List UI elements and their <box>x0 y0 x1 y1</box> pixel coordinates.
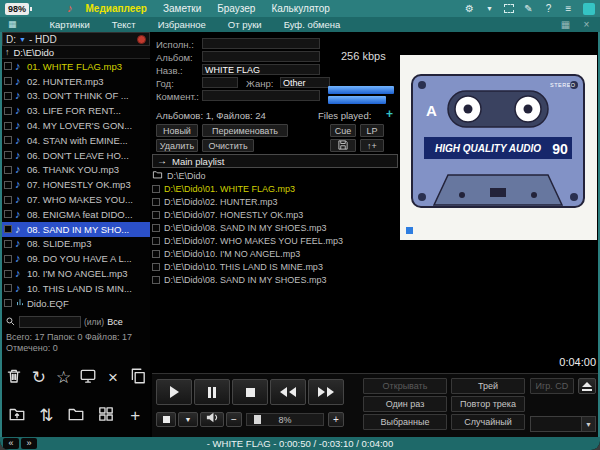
file-checkbox[interactable] <box>4 225 12 233</box>
file-row[interactable]: ♪04. STAN with EMINE... <box>2 133 150 148</box>
trash-button[interactable] <box>3 364 26 390</box>
file-row[interactable]: ♪10. THIS LAND IS MIN... <box>2 281 150 296</box>
folder-button[interactable] <box>64 403 87 429</box>
submenu-item[interactable]: Картинки <box>41 19 99 30</box>
volume-slider[interactable]: 8% <box>246 413 324 426</box>
year-field[interactable] <box>202 77 238 88</box>
chevron-down-icon[interactable]: ▼ <box>484 3 495 15</box>
file-checkbox[interactable] <box>4 62 12 70</box>
playlist-row[interactable]: D:\E\Dido\01. WHITE FLAG.mp3 <box>152 182 398 195</box>
comment-field[interactable] <box>202 90 320 101</box>
file-row[interactable]: ♪04. MY LOVER'S GON... <box>2 118 150 133</box>
transfer-button[interactable]: ⇅ <box>35 403 58 429</box>
file-row[interactable]: ♪10. I'M NO ANGEL.mp3 <box>2 266 150 281</box>
add-files-button[interactable]: ↑+ <box>360 139 384 152</box>
playlist-row[interactable]: D:\E\Dido\08. SAND IN MY SHOES.mp3 <box>152 221 398 234</box>
playlist-row[interactable]: D:\E\Dido\10. THIS LAND IS MINE.mp3 <box>152 260 398 273</box>
pause-button[interactable] <box>194 379 230 405</box>
stop-small-button[interactable] <box>156 412 176 427</box>
file-checkbox[interactable] <box>4 136 12 144</box>
playlist-checkbox[interactable] <box>152 198 160 206</box>
file-checkbox[interactable] <box>4 181 12 189</box>
submenu-item[interactable]: Избранное <box>149 19 215 30</box>
top-menu-item[interactable]: Калькулятор <box>264 2 337 15</box>
file-row[interactable]: ♪09. DO YOU HAVE A L... <box>2 251 150 266</box>
artist-field[interactable] <box>202 38 320 49</box>
eject-button[interactable] <box>578 378 596 394</box>
album-field[interactable] <box>202 51 320 62</box>
playlist-row[interactable]: D:\E\Dido\02. HUNTER.mp3 <box>152 195 398 208</box>
file-row[interactable]: ♪06. THANK YOU.mp3 <box>2 163 150 178</box>
file-row[interactable]: ♪01. WHITE FLAG.mp3 <box>2 59 150 74</box>
lp-button[interactable]: LP <box>360 124 384 137</box>
window-icon[interactable]: ▦ <box>8 20 17 29</box>
monitor-button[interactable] <box>77 364 100 390</box>
grid-window-icon[interactable]: ▦ <box>560 19 571 31</box>
mute-button[interactable] <box>200 412 224 427</box>
device-combo[interactable]: ▼ <box>530 416 596 432</box>
search-all-option[interactable]: Все <box>107 317 123 327</box>
refresh-button[interactable]: ↻ <box>27 364 50 390</box>
path-bar[interactable]: ↑ D:\E\Dido <box>2 46 150 59</box>
top-menu-item[interactable]: Заметки <box>156 2 208 15</box>
close-button[interactable]: × <box>101 364 124 390</box>
playlist-checkbox[interactable] <box>152 250 160 258</box>
add-played-button[interactable]: + <box>386 109 393 119</box>
file-checkbox[interactable] <box>4 255 12 263</box>
file-row[interactable]: ♪02. HUNTER.mp3 <box>2 74 150 89</box>
file-row[interactable]: ♪08. SAND IN MY SHO... <box>2 222 150 237</box>
play-once-button[interactable]: Один раз <box>363 396 447 412</box>
file-row[interactable]: ♪03. DON'T THINK OF ... <box>2 89 150 104</box>
open-mode-button[interactable]: Открывать <box>363 378 447 394</box>
search-input[interactable] <box>19 316 81 328</box>
shuffle-button[interactable]: Случайный <box>451 414 525 430</box>
playlist-header[interactable]: → Main playlist <box>152 154 398 168</box>
playback-dropdown-button[interactable]: ▼ <box>178 412 198 427</box>
folder-up-button[interactable] <box>5 403 28 429</box>
play-selected-button[interactable]: Выбранные <box>363 414 447 430</box>
file-row[interactable]: ♪06. DON'T LEAVE HO... <box>2 148 150 163</box>
playlist-checkbox[interactable] <box>152 263 160 271</box>
playlist-checkbox[interactable] <box>152 224 160 232</box>
file-row[interactable]: ♪08. SLIDE.mp3 <box>2 237 150 252</box>
genre-field[interactable]: Other <box>280 77 330 88</box>
file-row[interactable]: Dido.EQF <box>2 296 150 311</box>
file-checkbox[interactable] <box>4 240 12 248</box>
file-checkbox[interactable] <box>4 92 12 100</box>
stop-button[interactable] <box>232 379 268 405</box>
pen-icon[interactable]: ✎ <box>523 3 534 15</box>
clear-playlist-button[interactable]: Очистить <box>202 139 254 152</box>
file-checkbox[interactable] <box>4 196 12 204</box>
accent-square-icon[interactable] <box>583 3 595 15</box>
play-button[interactable] <box>156 379 192 405</box>
plus-button[interactable]: + <box>124 403 147 429</box>
gear-icon[interactable]: ⚙ <box>464 3 475 15</box>
playlist-row[interactable]: D:\E\Dido\07. HONESTLY OK.mp3 <box>152 208 398 221</box>
rename-playlist-button[interactable]: Переименовать <box>202 124 288 137</box>
play-cd-button[interactable]: Игр. CD <box>530 378 574 394</box>
close-window-icon[interactable]: × <box>581 19 592 31</box>
playlist-checkbox[interactable] <box>152 276 160 284</box>
playlist-checkbox[interactable] <box>152 211 160 219</box>
drive-selector[interactable]: D: ▼ - HDD <box>2 32 150 46</box>
rewind-button[interactable] <box>270 379 306 405</box>
file-checkbox[interactable] <box>4 166 12 174</box>
tray-button[interactable]: Трей <box>451 378 525 394</box>
file-checkbox[interactable] <box>4 151 12 159</box>
submenu-item[interactable]: От руки <box>219 19 271 30</box>
file-row[interactable]: ♪03. LIFE FOR RENT... <box>2 103 150 118</box>
file-checkbox[interactable] <box>4 77 12 85</box>
cue-button[interactable]: Cue <box>330 124 356 137</box>
up-directory-icon[interactable]: ↑ <box>5 48 10 57</box>
combo-arrow-icon[interactable]: ▼ <box>581 417 595 431</box>
file-row[interactable]: ♪07. WHO MAKES YOU... <box>2 192 150 207</box>
help-icon[interactable]: ? <box>543 3 554 15</box>
save-playlist-button[interactable] <box>330 139 356 152</box>
repeat-track-button[interactable]: Повтор трека <box>451 396 525 412</box>
submenu-item[interactable]: Текст <box>103 19 145 30</box>
volume-up-button[interactable]: + <box>328 412 344 427</box>
file-checkbox[interactable] <box>4 299 12 307</box>
delete-playlist-button[interactable]: Удалить <box>156 139 198 152</box>
playlist-row[interactable]: D:\E\Dido\07. WHO MAKES YOU FEEL.mp3 <box>152 234 398 247</box>
new-playlist-button[interactable]: Новый <box>156 124 198 137</box>
